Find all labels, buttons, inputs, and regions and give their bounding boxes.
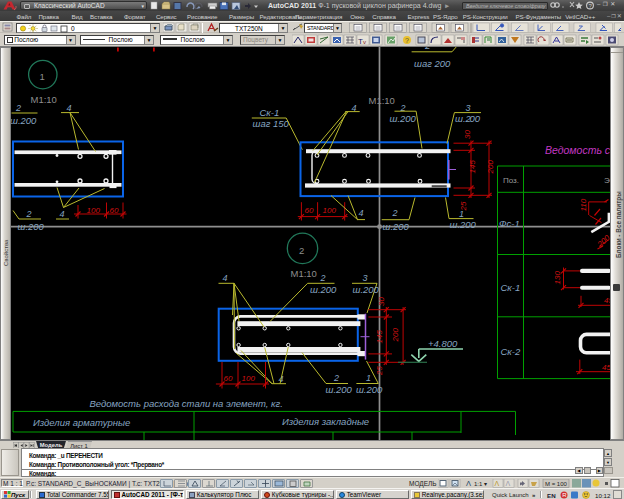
svg-text:v: v: [363, 39, 366, 45]
svg-text:4: 4: [60, 209, 65, 219]
svg-text:145: 145: [375, 330, 384, 344]
svg-text:4: 4: [223, 273, 228, 283]
svg-text:Ск-1: Ск-1: [260, 107, 280, 118]
svg-text:ш.200: ш.200: [390, 113, 417, 124]
svg-text:шаг 150: шаг 150: [253, 118, 290, 129]
svg-text:Изделия арматурные: Изделия арматурные: [33, 417, 130, 428]
svg-text:145: 145: [468, 160, 477, 174]
svg-text:1: 1: [366, 373, 371, 383]
svg-text:+4.800: +4.800: [428, 338, 458, 349]
svg-text:100: 100: [242, 374, 256, 383]
svg-text:200: 200: [391, 328, 400, 343]
svg-text:Λ: Λ: [506, 480, 511, 487]
svg-text:2: 2: [26, 209, 32, 219]
svg-text:Изделия закладные: Изделия закладные: [282, 416, 369, 427]
svg-text:ш.200: ш.200: [383, 221, 410, 232]
svg-text:60: 60: [110, 206, 119, 215]
svg-text:ш.200: ш.200: [10, 115, 37, 126]
svg-text:1: 1: [40, 71, 45, 82]
svg-text:25: 25: [375, 366, 384, 376]
svg-text:Ск-2: Ск-2: [501, 346, 522, 357]
svg-text:Поз.: Поз.: [503, 176, 519, 185]
svg-text:Свойства: Свойства: [3, 239, 9, 266]
svg-text:ш.200: ш.200: [326, 384, 353, 395]
svg-text:3: 3: [466, 103, 471, 113]
svg-text:М1:10: М1:10: [369, 95, 395, 106]
svg-text:4: 4: [359, 208, 364, 218]
svg-text:?: ?: [405, 37, 409, 44]
svg-text:М1:10: М1:10: [291, 268, 317, 279]
svg-text:Фс-1: Фс-1: [499, 218, 520, 229]
svg-text:1: 1: [459, 209, 464, 219]
svg-text:Ск-1: Ск-1: [501, 282, 521, 293]
svg-text:шаг 200: шаг 200: [414, 58, 451, 69]
svg-text:Ведомость расхода стали на эле: Ведомость расхода стали на элемент, кг.: [90, 398, 283, 409]
svg-text:ш.200: ш.200: [450, 219, 477, 230]
svg-text:2: 2: [424, 47, 431, 51]
svg-text:00: 00: [470, 113, 481, 124]
svg-text:2: 2: [333, 373, 339, 383]
svg-text:200: 200: [486, 160, 495, 175]
svg-text:60: 60: [224, 374, 233, 383]
svg-text:3: 3: [363, 273, 368, 283]
svg-text:Λ: Λ: [466, 479, 471, 488]
svg-text:130: 130: [553, 271, 562, 285]
svg-text:2: 2: [15, 103, 21, 113]
svg-text:ш.200: ш.200: [310, 284, 337, 295]
svg-text:100: 100: [87, 206, 101, 215]
svg-text:2: 2: [392, 208, 398, 218]
svg-text:1:1 ▾: 1:1 ▾: [474, 481, 487, 487]
svg-text:30: 30: [463, 130, 472, 139]
svg-text:ш.200: ш.200: [18, 221, 45, 232]
svg-text:М1:10: М1:10: [31, 94, 57, 105]
svg-text:М = 100: М = 100: [545, 481, 568, 487]
svg-text:R: R: [562, 492, 567, 498]
svg-text:2: 2: [299, 245, 304, 256]
svg-text:100: 100: [323, 206, 337, 215]
svg-text:Λ: Λ: [495, 480, 500, 487]
svg-text:ш.200: ш.200: [356, 384, 383, 395]
svg-text:110: 110: [579, 198, 588, 211]
svg-text:ш.200: ш.200: [353, 284, 380, 295]
svg-text:4: 4: [67, 103, 72, 113]
svg-text:Ведомость с: Ведомость с: [545, 144, 611, 156]
svg-text:60: 60: [305, 206, 314, 215]
svg-text:30: 30: [377, 297, 386, 306]
svg-text:Блоки - Все палитры: Блоки - Все палитры: [615, 191, 623, 258]
svg-text:2: 2: [320, 273, 326, 283]
